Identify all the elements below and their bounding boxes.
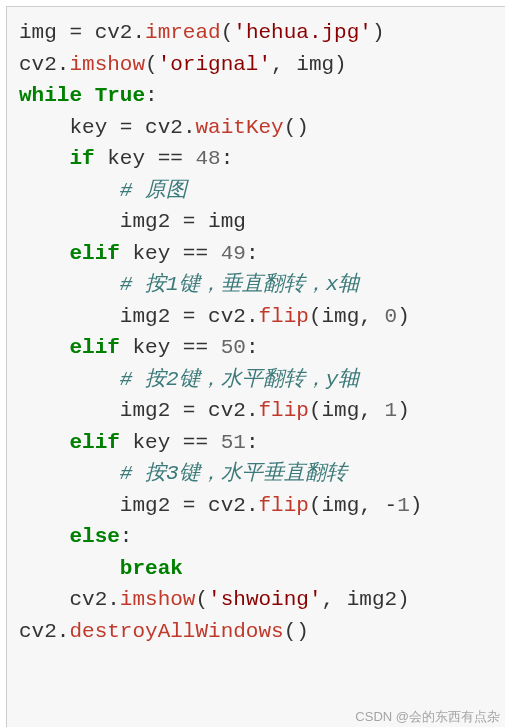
code-token: . [57,620,70,643]
code-token: img [19,21,69,44]
code-token: cv2 [195,494,245,517]
code-token: break [120,557,183,580]
code-token: # 按3键，水平垂直翻转 [120,462,347,485]
code-token: == [183,242,208,265]
code-token: 'shwoing' [208,588,321,611]
code-token: img2 [120,494,183,517]
code-token: - [385,494,398,517]
code-token: cv2 [69,588,107,611]
code-token: key [95,147,158,170]
code-token: cv2 [132,116,182,139]
code-token: elif [69,431,119,454]
code-token: cv2 [19,620,57,643]
code-token: = [183,210,196,233]
code-line: key = cv2.waitKey() [19,116,309,139]
code-line: else: [19,525,132,548]
code-token: = [183,399,196,422]
code-line: # 按3键，水平垂直翻转 [19,462,347,485]
code-token: ) [372,21,385,44]
code-token: ) [397,305,410,328]
code-token: key [120,336,183,359]
code-token: img2 [120,399,183,422]
code-token: 1 [397,494,410,517]
code-token: key [120,242,183,265]
code-token: destroyAllWindows [69,620,283,643]
code-token: cv2 [195,305,245,328]
code-token: elif [69,242,119,265]
code-line: cv2.destroyAllWindows() [19,620,309,643]
code-token: cv2 [82,21,132,44]
code-token: 50 [221,336,246,359]
code-token: imshow [120,588,196,611]
code-token: , img2) [322,588,410,611]
code-token: img2 [120,210,183,233]
code-line: img2 = cv2.flip(img, 0) [19,305,410,328]
code-token: : [120,525,133,548]
code-token: flip [258,494,308,517]
code-token: . [246,494,259,517]
code-token: . [57,53,70,76]
code-line: cv2.imshow('shwoing', img2) [19,588,410,611]
code-line: elif key == 51: [19,431,259,454]
code-line: elif key == 50: [19,336,259,359]
code-token: . [132,21,145,44]
code-token [208,242,221,265]
code-token: () [284,620,309,643]
code-token: while [19,84,82,107]
code-token: key [120,431,183,454]
code-line: img = cv2.imread('hehua.jpg') [19,21,385,44]
code-token: flip [258,305,308,328]
code-token: == [183,431,208,454]
code-token: = [183,305,196,328]
code-token: imshow [69,53,145,76]
code-token: elif [69,336,119,359]
code-token: , img) [271,53,347,76]
code-token: . [183,116,196,139]
code-token: 51 [221,431,246,454]
code-token: . [246,399,259,422]
code-token: 'orignal' [158,53,271,76]
code-token: = [69,21,82,44]
code-line: # 原图 [19,179,187,202]
code-token: : [145,84,158,107]
code-token: img [195,210,245,233]
code-token: = [120,116,133,139]
code-token: . [246,305,259,328]
code-token: cv2 [19,53,57,76]
code-token: == [183,336,208,359]
code-token: (img, [309,305,385,328]
code-token: img2 [120,305,183,328]
code-token: waitKey [195,116,283,139]
code-line: # 按2键，水平翻转，y轴 [19,368,359,391]
code-token: key [69,116,119,139]
code-line: img2 = img [19,210,246,233]
code-token: 48 [195,147,220,170]
watermark-text: CSDN @会的东西有点杂 [355,708,500,726]
code-token: 0 [385,305,398,328]
code-line: elif key == 49: [19,242,259,265]
code-token: () [284,116,309,139]
code-line: if key == 48: [19,147,233,170]
code-token: cv2 [195,399,245,422]
code-token [208,336,221,359]
code-token: ) [397,399,410,422]
code-token: ( [221,21,234,44]
code-token: 'hehua.jpg' [233,21,372,44]
code-line: # 按1键，垂直翻转，x轴 [19,273,359,296]
code-token: . [107,588,120,611]
code-token: # 原图 [120,179,187,202]
code-token: = [183,494,196,517]
code-token: # 按2键，水平翻转，y轴 [120,368,359,391]
code-token: flip [258,399,308,422]
code-token: # 按1键，垂直翻转，x轴 [120,273,359,296]
code-line: cv2.imshow('orignal', img) [19,53,347,76]
code-token: imread [145,21,221,44]
code-token: if [69,147,94,170]
code-token: (img, [309,494,385,517]
code-block: img = cv2.imread('hehua.jpg') cv2.imshow… [6,6,505,727]
code-token: 1 [385,399,398,422]
code-token: ( [145,53,158,76]
code-token: else [69,525,119,548]
code-token: (img, [309,399,385,422]
code-token [82,84,95,107]
